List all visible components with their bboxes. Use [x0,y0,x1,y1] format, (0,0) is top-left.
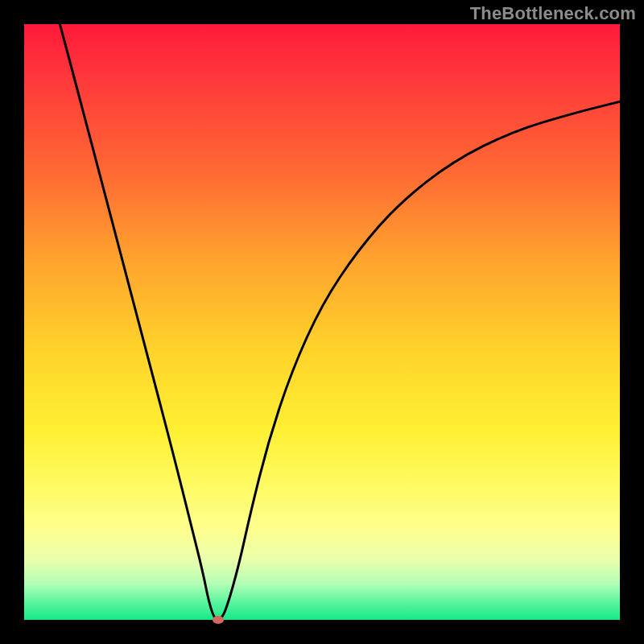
watermark-text: TheBottleneck.com [470,3,636,24]
chart-container: TheBottleneck.com [0,0,644,644]
optimal-point-marker [213,616,224,624]
plot-area [24,24,620,620]
bottleneck-curve [24,24,620,620]
